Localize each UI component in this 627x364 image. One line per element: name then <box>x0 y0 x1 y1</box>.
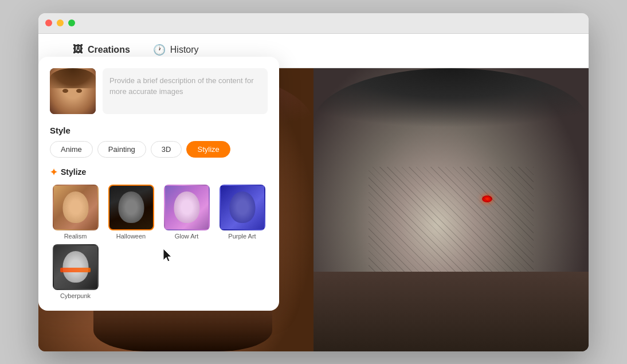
style-section-label: Style <box>50 126 268 135</box>
zombie-hair <box>314 68 589 176</box>
cloak-area <box>314 272 589 351</box>
left-panel: Provide a brief description of the conte… <box>38 57 279 311</box>
style-name-glow-art: Glow Art <box>175 233 199 240</box>
style-item-halloween[interactable]: Halloween <box>105 185 156 240</box>
thumb-face-realism <box>62 191 88 223</box>
browser-content: 🖼 Creations 🕐 History <box>38 34 589 351</box>
transformed-photo <box>314 68 589 351</box>
creations-tab-label: Creations <box>88 45 130 55</box>
close-dot[interactable] <box>45 19 52 26</box>
style-thumb-realism <box>53 185 99 230</box>
stylize-section: ✦ Stylize Realism <box>50 167 268 299</box>
style-thumb-halloween <box>108 185 154 230</box>
cyberpunk-glasses <box>60 268 91 272</box>
style-btn-anime[interactable]: Anime <box>50 141 93 158</box>
avatar-face <box>50 68 96 114</box>
style-grid-row2: Cyberpunk <box>50 244 268 299</box>
style-section: Style Anime Painting 3D Stylize <box>50 126 268 158</box>
zombie-face <box>314 68 589 351</box>
history-tab-label: History <box>170 45 199 55</box>
thumb-face-glow <box>174 191 199 223</box>
titlebar <box>38 13 589 34</box>
style-btn-3d[interactable]: 3D <box>151 141 182 158</box>
description-placeholder: Provide a brief description of the conte… <box>109 76 253 96</box>
eye-left <box>62 89 68 93</box>
stylize-label: Stylize <box>61 167 86 177</box>
style-btn-painting[interactable]: Painting <box>97 141 146 158</box>
minimize-dot[interactable] <box>57 19 64 26</box>
maximize-dot[interactable] <box>68 19 75 26</box>
eye-right <box>76 89 82 93</box>
style-thumb-glow-art <box>164 185 210 230</box>
thumb-face-purple <box>229 191 255 223</box>
style-name-cyberpunk: Cyberpunk <box>60 292 91 299</box>
style-name-purple-art: Purple Art <box>228 233 256 240</box>
style-thumb-purple-art <box>220 185 265 230</box>
style-item-purple-art[interactable]: Purple Art <box>217 185 268 240</box>
style-name-realism: Realism <box>64 233 87 240</box>
style-item-glow-art[interactable]: Glow Art <box>161 185 212 240</box>
history-icon: 🕐 <box>153 44 166 56</box>
upload-section: Provide a brief description of the conte… <box>50 68 268 114</box>
style-item-realism[interactable]: Realism <box>50 185 101 240</box>
description-box[interactable]: Provide a brief description of the conte… <box>103 68 268 114</box>
style-buttons: Anime Painting 3D Stylize <box>50 141 268 158</box>
style-grid-row1: Realism Halloween Glow Art <box>50 185 268 240</box>
avatar-upload[interactable] <box>50 68 96 114</box>
thumb-face-cyberpunk <box>62 251 88 283</box>
thumb-face-halloween <box>118 191 144 223</box>
browser-window: 🖼 Creations 🕐 History <box>38 13 589 351</box>
style-btn-stylize[interactable]: Stylize <box>186 141 230 158</box>
style-name-halloween: Halloween <box>116 233 146 240</box>
creations-icon: 🖼 <box>73 44 83 56</box>
stylize-star-icon: ✦ <box>50 167 57 178</box>
stylize-header: ✦ Stylize <box>50 167 268 178</box>
style-thumb-cyberpunk <box>53 244 99 290</box>
avatar-hair <box>50 68 96 88</box>
style-item-cyberpunk[interactable]: Cyberpunk <box>50 244 101 299</box>
